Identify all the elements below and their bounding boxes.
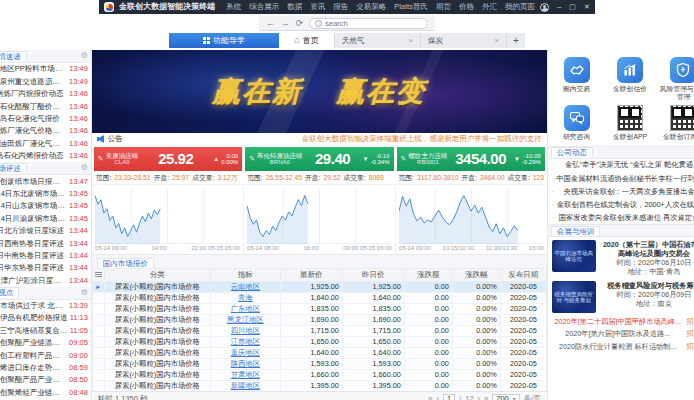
page-size-select[interactable]: 200 (492, 394, 520, 400)
minimize-button[interactable] (557, 3, 561, 11)
quote-card[interactable]: 布伦特原油连续 BRNA0 29.40 -0.10 -0.34% (245, 147, 393, 184)
app-shortcut[interactable]: 研究咨询 (551, 105, 602, 141)
menu-item[interactable]: 资讯 (310, 3, 325, 11)
feature-guide-button[interactable]: 功能导学 (169, 33, 279, 48)
news-list-item[interactable]: 14日北方涂镀日度综述 13:44 (0, 225, 91, 237)
next-page-button[interactable]: › (478, 395, 481, 400)
user-account-icon[interactable] (540, 3, 549, 12)
news-list-item[interactable]: 苯乙烯进口库存走势解析 08:59 (0, 362, 91, 374)
maximize-button[interactable] (569, 3, 576, 11)
news-list-item[interactable]: 14日津广沪彩涂日度综述 13:44 (0, 274, 91, 286)
column-header[interactable]: 指标 (210, 269, 280, 282)
news-list-item[interactable]: 齐鲁石化醋酸丁酯价格快报 13:46 (0, 100, 91, 112)
cell-indicator-link[interactable]: 云南地区 (231, 282, 260, 291)
prev-page-button[interactable]: ‹ (436, 395, 439, 400)
news-list-item[interactable]: 14日华东热卷日度评述 13:44 (0, 262, 91, 274)
news-list-item[interactable]: 中化泉州重交道路沥青价格... 13:49 (0, 75, 91, 87)
table-row[interactable]: 尿素(小颗粒)国内市场价格 江苏地区 1,650.00 1,650.00 0.0… (92, 337, 546, 348)
tab-domestic-market-quotes[interactable]: 国内市场报价 (97, 258, 154, 269)
company-news-item[interactable]: · 金联创首档在线定制会议，2000+人次在线观... (548, 198, 694, 211)
quote-card[interactable]: 美原油连续 CLA0 25.92 0.00 0.00% (94, 147, 242, 184)
last-page-button[interactable]: » (484, 395, 488, 400)
current-page-input[interactable]: 1 (443, 394, 455, 400)
news-list-item[interactable]: 金联创聚酯产业链温度指数显... 09:05 (0, 337, 91, 349)
news-list-item[interactable]: 金联创聚酯产品产业链指数显... 08:50 (0, 374, 91, 386)
cell-indicator-link[interactable]: 新疆地区 (231, 381, 260, 390)
section-tab[interactable]: 金视点 (0, 287, 19, 298)
column-header[interactable]: 分类 (104, 269, 210, 282)
table-row[interactable]: 尿素(小颗粒)国内市场价格 新疆地区 1,395.00 1,395.00 0.0… (92, 381, 546, 392)
add-tab-button[interactable]: + (507, 33, 525, 48)
cell-indicator-link[interactable]: 四川地区 (231, 326, 260, 335)
news-list-item[interactable]: 14日西南热卷日度评述 13:44 (0, 237, 91, 249)
cell-indicator-link[interactable]: 青海 (238, 293, 253, 302)
menu-item[interactable]: 交易策略 (356, 3, 386, 11)
table-row[interactable]: 尿素(小颗粒)国内市场价格 陕西地区 1,593.00 1,593.00 0.0… (92, 359, 546, 370)
refresh-icon[interactable]: ⟳ (296, 19, 304, 28)
news-list-item[interactable]: 5月14日川渝废钢市场快讯 13:45 (0, 212, 91, 224)
app-shortcut[interactable]: 金联创订阅号 (658, 105, 694, 141)
news-list-item[interactable]: 济南炼厂丙烷报价动态 13:46 (0, 88, 91, 100)
first-page-button[interactable]: « (428, 395, 432, 400)
app-shortcut[interactable]: 金联创APP (604, 105, 655, 141)
menu-item[interactable]: 期货 (436, 3, 451, 11)
news-list-item[interactable]: 14日中南热卷日度评述 13:44 (0, 249, 91, 261)
news-list-item[interactable]: 南京地区PP粉料市场行情 13:49 (0, 63, 91, 75)
news-list-item[interactable]: LNG市场供过于求 北气已... 13:39 (0, 300, 91, 312)
column-header[interactable]: 最新价 (280, 269, 342, 282)
column-header[interactable]: 涨跌额 (404, 269, 452, 282)
app-shortcut[interactable]: 金联创估价 (604, 57, 655, 100)
table-row[interactable]: 尿素(小颗粒)国内市场价格 甘肃地区 1,660.00 1,660.00 0.0… (92, 370, 546, 381)
cell-indicator-link[interactable]: 重庆地区 (231, 348, 260, 357)
section-tab[interactable]: 行情速递 (0, 51, 27, 62)
table-row[interactable]: 尿素(小颗粒)国内市场价格 四川地区 1,715.00 1,715.00 0.0… (92, 326, 546, 337)
news-list-item[interactable]: 宁夏伊品有机肥价格报道 11:13 (0, 312, 91, 324)
gear-icon[interactable]: ⚙ (81, 289, 88, 297)
close-button[interactable] (584, 3, 590, 11)
column-header[interactable]: 涨跌幅 (452, 269, 500, 282)
news-list-item[interactable]: 5月14日山东废钢市场快讯 13:45 (0, 200, 91, 212)
open-tab[interactable]: 煤炭 × (421, 33, 507, 48)
news-list-item[interactable]: 金联创聚烯烃产业链温度指数... 08:48 (0, 386, 91, 398)
app-shortcut[interactable]: 风险管理与资产管理 (658, 57, 694, 100)
table-row[interactable]: 尿素(小颗粒)国内市场价格 广东地区 1,835.00 1,835.00 0.0… (92, 304, 546, 315)
event-card[interactable]: 税务稽查风险应对 与税务筹划 税务稽查风险应对与税务筹划 时间：2020年06月… (548, 278, 694, 315)
company-news-item[interactable]: · 国家发改委向金联创发来感谢信 再次肯定金... (548, 211, 694, 224)
column-header[interactable]: 发布日期 (500, 269, 546, 282)
menu-item[interactable]: Platts普氏 (394, 3, 428, 11)
cell-indicator-link[interactable]: 广东地区 (231, 304, 260, 313)
news-list-item[interactable]: 青岛石化液化气报价 13:46 (0, 113, 91, 125)
search-box[interactable]: i (309, 18, 428, 29)
section-tab[interactable]: 市场评述 (0, 163, 27, 174)
menu-item[interactable]: 价格 (459, 3, 474, 11)
news-list-item[interactable]: 金联创废纸市场日报（202... 13:47 (0, 175, 91, 187)
event-listing[interactable]: 2020年[第二十四届]中国甲醇市场高峰... 招商中 (548, 315, 694, 328)
open-tab[interactable]: 天然气 × (335, 33, 421, 48)
news-list-item[interactable]: 湖北三宁高塔硝基复合肥价格... 11:05 (0, 324, 91, 336)
table-row[interactable]: 尿素(小颗粒)国内市场价格 青海 1,640.00 1,640.00 0.00 … (92, 293, 546, 304)
event-listing[interactable]: 2020防水行业计量检测 标杆活动制... 招商中 (548, 340, 694, 353)
company-news-item[interactable]: · 央视采访金联创：一天两次多角度播出金... (548, 185, 694, 198)
company-news-item[interactable]: · 金弘“牵手”决策无忧 “金弘之策 靶化贯通... (548, 159, 694, 172)
cell-indicator-link[interactable]: 江苏地区 (231, 337, 260, 346)
menu-column-header[interactable] (92, 269, 104, 282)
menu-item[interactable]: 数据 (287, 3, 302, 11)
search-input[interactable] (325, 19, 422, 28)
tab-events-training[interactable]: 会展与培训 (551, 226, 601, 237)
table-row[interactable]: 尿素(小颗粒)国内市场价格 黑龙江地区 1,690.00 1,690.00 0.… (92, 315, 546, 326)
menu-item[interactable]: 综合展示 (249, 3, 279, 11)
tab-close-icon[interactable]: × (495, 37, 499, 45)
news-list-item[interactable]: 济南炼厂液化气价格快报 13:46 (0, 125, 91, 137)
column-header[interactable]: 昨日价 (342, 269, 404, 282)
cell-indicator-link[interactable]: 甘肃地区 (231, 370, 260, 379)
back-icon[interactable]: ← (266, 19, 275, 28)
company-news-item[interactable]: · 中国金属材料流通协会副秘书长李柱一行到访... (548, 172, 694, 185)
menu-item[interactable]: 我的页面 (505, 3, 535, 11)
news-list-item[interactable]: 青岛石化丙烯报价动态 13:46 (0, 150, 91, 162)
gear-icon[interactable]: ⚙ (81, 52, 88, 60)
news-list-item[interactable]: 金联创工程塑料产品产业链... 09:00 (0, 349, 91, 361)
tab-home[interactable]: ⌂ 首页 (279, 33, 335, 48)
tab-close-icon[interactable]: × (409, 37, 413, 45)
cell-indicator-link[interactable]: 黑龙江地区 (227, 315, 263, 324)
table-row[interactable]: 尿素(小颗粒)国内市场价格 云南地区 1,925.00 1,925.00 0.0… (92, 282, 546, 293)
